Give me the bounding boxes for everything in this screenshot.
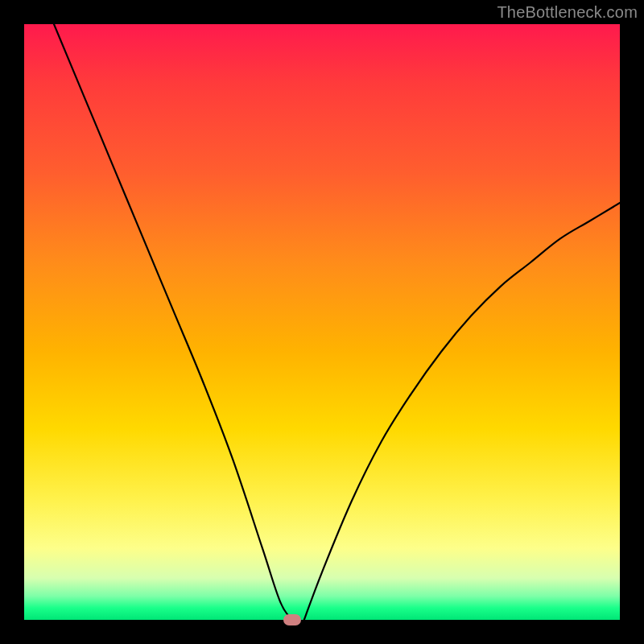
chart-frame: TheBottleneck.com [0, 0, 644, 644]
bottleneck-curve-right [304, 203, 620, 620]
plot-area [24, 24, 620, 620]
bottleneck-curve-left [54, 24, 292, 620]
watermark-text: TheBottleneck.com [497, 3, 638, 22]
optimum-marker [283, 614, 301, 625]
curve-svg [24, 24, 620, 620]
